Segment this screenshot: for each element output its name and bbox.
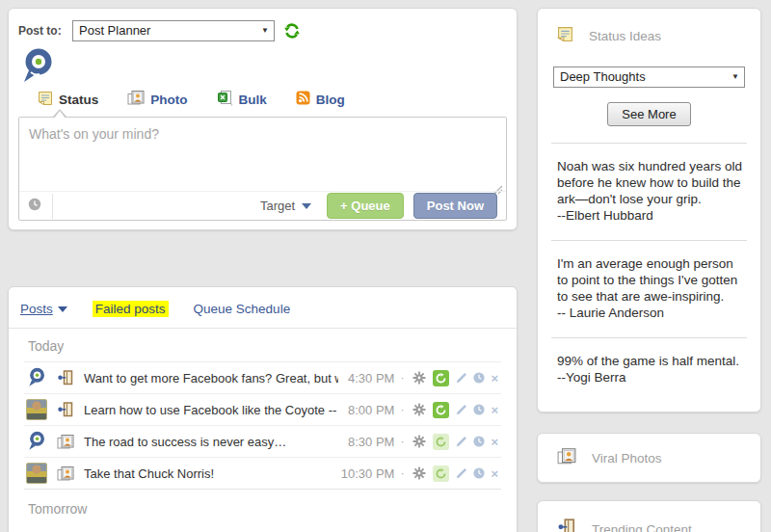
requeue-button-disabled[interactable]: [433, 466, 449, 482]
edit-pencil-icon[interactable]: [456, 404, 467, 415]
link-post-icon: [557, 518, 576, 532]
section-today-label: Today: [9, 329, 517, 361]
requeue-button-disabled[interactable]: [433, 434, 449, 450]
tab-posts[interactable]: Posts: [20, 302, 67, 316]
trending-content-title: Trending Content: [592, 522, 692, 532]
post-row[interactable]: Learn how to use Facebook like the Coyot…: [24, 393, 501, 425]
post-to-label: Post to:: [18, 24, 65, 38]
tab-posts-label: Posts: [20, 302, 53, 316]
viral-photos-card[interactable]: Viral Photos: [537, 433, 761, 483]
add-to-queue-button[interactable]: + Queue: [327, 193, 404, 219]
status-ideas-card: Status Ideas Deep Thoughts ▼ See More No…: [537, 8, 761, 412]
viral-photos-title: Viral Photos: [592, 451, 662, 466]
post-text: Want to get more Facebook fans? Great, b…: [84, 371, 338, 386]
reschedule-clock-icon[interactable]: [473, 404, 485, 415]
posts-caret-down-icon: [58, 306, 67, 312]
status-ideas-title: Status Ideas: [589, 29, 661, 43]
trending-content-card[interactable]: Trending Content: [537, 500, 761, 532]
composer-card: Post to: Post Planner ▼: [8, 8, 518, 230]
quote-item: 99% of the game is half mental. --Yogi B…: [538, 338, 760, 386]
post-time: 8:30 PM: [338, 435, 394, 449]
composer-tabs: Status Photo: [9, 90, 517, 109]
post-time: 4:30 PM: [338, 371, 394, 386]
tab-status[interactable]: Status: [38, 91, 98, 109]
quote-author: -- Laurie Anderson: [557, 305, 743, 321]
reschedule-clock-icon[interactable]: [473, 436, 485, 447]
toolbar-divider: [52, 194, 53, 219]
tab-bulk[interactable]: Bulk: [217, 90, 267, 109]
post-time: 10:30 PM: [338, 466, 394, 481]
user-photo-avatar: [26, 463, 47, 484]
delete-x-icon[interactable]: ×: [491, 436, 498, 448]
post-row[interactable]: Take that Chuck Norris! 10:30 PM · ×: [24, 457, 501, 489]
settings-gear-icon[interactable]: [412, 466, 426, 480]
reschedule-clock-icon[interactable]: [473, 467, 485, 479]
settings-gear-icon[interactable]: [412, 403, 426, 416]
quote-author: --Elbert Hubbard: [557, 207, 743, 224]
postplanner-pin-avatar: [26, 431, 47, 452]
tab-blog-label: Blog: [316, 93, 345, 107]
settings-gear-icon[interactable]: [412, 435, 426, 448]
account-select[interactable]: Post Planner ▼: [72, 20, 275, 41]
rss-icon: [296, 91, 310, 108]
tab-queue-schedule[interactable]: Queue Schedule: [194, 302, 291, 316]
post-time: 8:00 PM: [338, 403, 394, 417]
post-text: Take that Chuck Norris!: [84, 466, 338, 481]
post-text: Learn how to use Facebook like the Coyot…: [84, 403, 338, 417]
post-planner-app: Post to: Post Planner ▼: [0, 0, 771, 532]
user-photo-avatar: [26, 399, 47, 420]
photo-icon: [127, 90, 145, 109]
posts-card: Posts Failed posts Queue Schedule Today …: [8, 286, 518, 532]
status-note-icon: [557, 26, 573, 46]
requeue-button[interactable]: [433, 402, 449, 418]
post-row[interactable]: The road to success is never easy… 8:30 …: [24, 425, 501, 457]
settings-gear-icon[interactable]: [412, 371, 426, 385]
edit-pencil-icon[interactable]: [456, 372, 467, 384]
refresh-icon[interactable]: [283, 22, 301, 40]
tab-failed-posts[interactable]: Failed posts: [93, 301, 169, 317]
tab-status-label: Status: [59, 93, 98, 107]
see-more-button[interactable]: See More: [607, 102, 690, 126]
delete-x-icon[interactable]: ×: [491, 467, 498, 480]
reschedule-clock-icon[interactable]: [473, 372, 485, 384]
bulk-spreadsheet-icon: [217, 90, 233, 109]
photo-post-icon: [57, 466, 74, 482]
postplanner-pin-avatar: [26, 367, 47, 388]
compose-toolbar: Target + Queue Post Now: [19, 191, 506, 220]
edit-pencil-icon[interactable]: [456, 436, 467, 447]
photo-icon: [557, 447, 576, 469]
compose-box: Target + Queue Post Now: [18, 117, 507, 221]
quote-text: 99% of the game is half mental.: [557, 353, 743, 369]
quote-item: I'm an average enough person to point to…: [538, 241, 760, 321]
tab-photo-label: Photo: [150, 93, 187, 107]
quote-text: Noah was six hundred years old before he…: [557, 158, 743, 207]
account-select-value: Post Planner: [79, 23, 150, 38]
idea-category-value: Deep Thoughts: [560, 69, 646, 84]
post-row[interactable]: Want to get more Facebook fans? Great, b…: [24, 361, 501, 393]
chevron-down-icon: ▼: [261, 21, 269, 40]
delete-x-icon[interactable]: ×: [491, 404, 498, 416]
post-to-row: Post to: Post Planner ▼: [9, 9, 517, 41]
posts-tabs: Posts Failed posts Queue Schedule: [9, 287, 517, 328]
status-note-icon: [38, 91, 53, 109]
target-label[interactable]: Target: [260, 199, 295, 213]
logo-row: [20, 47, 517, 86]
schedule-clock-icon[interactable]: [28, 198, 41, 215]
post-now-button[interactable]: Post Now: [413, 193, 497, 219]
link-post-icon: [57, 369, 74, 386]
photo-post-icon: [57, 434, 74, 450]
delete-x-icon[interactable]: ×: [491, 372, 498, 385]
quote-text: I'm an average enough person to point to…: [557, 255, 743, 305]
tab-bulk-label: Bulk: [239, 93, 267, 107]
chevron-down-icon: ▼: [731, 67, 739, 87]
quote-author: --Yogi Berra: [557, 369, 743, 386]
target-caret-down-icon[interactable]: [302, 203, 311, 209]
status-ideas-header: Status Ideas: [538, 9, 760, 46]
requeue-button[interactable]: [433, 370, 449, 386]
idea-category-select[interactable]: Deep Thoughts ▼: [553, 66, 745, 88]
edit-pencil-icon[interactable]: [456, 467, 467, 479]
status-message-input[interactable]: [19, 118, 506, 192]
section-tomorrow-label: Tomorrow: [9, 490, 517, 524]
tab-photo[interactable]: Photo: [127, 90, 187, 109]
tab-blog[interactable]: Blog: [296, 91, 345, 108]
